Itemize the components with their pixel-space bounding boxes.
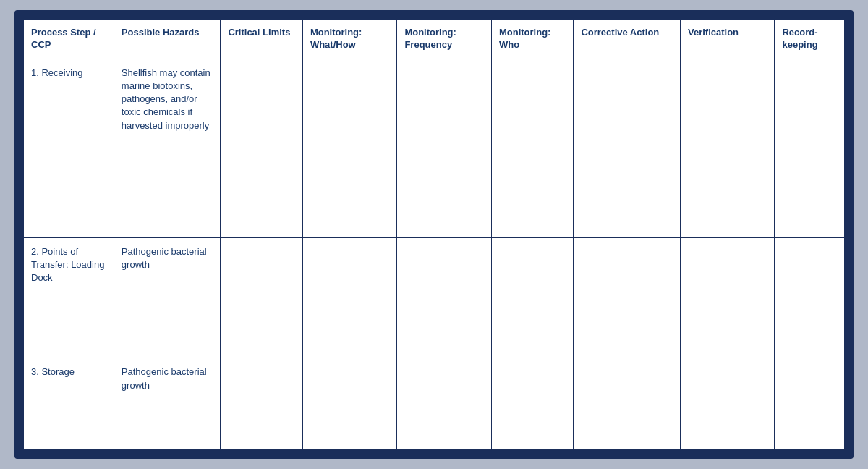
col-header-critical: Critical Limits xyxy=(221,20,303,59)
cell-frequency-2 xyxy=(397,237,492,358)
cell-what-3 xyxy=(302,358,397,450)
col-header-verification: Verification xyxy=(680,20,775,59)
cell-frequency-3 xyxy=(397,358,492,450)
cell-record-2 xyxy=(775,237,845,358)
table-row: 2. Points of Transfer: Loading Dock Path… xyxy=(24,237,845,358)
cell-hazards-2: Pathogenic bacterial growth xyxy=(114,237,221,358)
haccp-table: Process Step / CCP Possible Hazards Crit… xyxy=(23,19,845,450)
cell-critical-2 xyxy=(221,237,303,358)
cell-process-2: 2. Points of Transfer: Loading Dock xyxy=(24,237,114,358)
table-row: 1. Receiving Shellfish may contain marin… xyxy=(24,59,845,237)
cell-what-1 xyxy=(302,59,397,237)
cell-record-3 xyxy=(775,358,845,450)
table-row: 3. Storage Pathogenic bacterial growth xyxy=(24,358,845,450)
col-header-who: Monitoring: Who xyxy=(491,20,574,59)
col-header-frequency: Monitoring: Frequency xyxy=(397,20,492,59)
cell-corrective-2 xyxy=(574,237,681,358)
col-header-corrective: Corrective Action xyxy=(574,20,681,59)
cell-hazards-1: Shellfish may contain marine biotoxins, … xyxy=(114,59,221,237)
cell-hazards-3: Pathogenic bacterial growth xyxy=(114,358,221,450)
cell-who-1 xyxy=(491,59,574,237)
cell-who-2 xyxy=(491,237,574,358)
cell-record-1 xyxy=(775,59,845,237)
cell-corrective-1 xyxy=(574,59,681,237)
table-wrapper: Process Step / CCP Possible Hazards Crit… xyxy=(14,10,854,459)
col-header-what: Monitoring: What/How xyxy=(302,20,397,59)
col-header-hazards: Possible Hazards xyxy=(114,20,221,59)
cell-what-2 xyxy=(302,237,397,358)
cell-process-3: 3. Storage xyxy=(24,358,114,450)
cell-verification-2 xyxy=(680,237,775,358)
col-header-process: Process Step / CCP xyxy=(24,20,114,59)
cell-verification-3 xyxy=(680,358,775,450)
cell-verification-1 xyxy=(680,59,775,237)
cell-who-3 xyxy=(491,358,574,450)
col-header-record: Record-keeping xyxy=(775,20,845,59)
cell-critical-1 xyxy=(221,59,303,237)
cell-corrective-3 xyxy=(574,358,681,450)
cell-process-1: 1. Receiving xyxy=(24,59,114,237)
cell-frequency-1 xyxy=(397,59,492,237)
cell-critical-3 xyxy=(221,358,303,450)
